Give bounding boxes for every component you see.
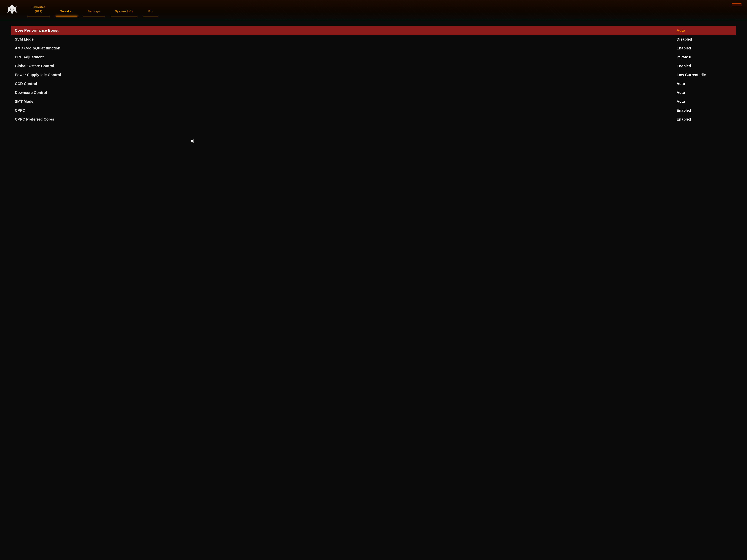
svg-point-3 [10,8,11,10]
setting-row-svm-mode[interactable]: SVM ModeDisabled [11,35,736,44]
setting-value-ppc-adjustment: PState 0 [677,55,732,59]
setting-label-amd-cool-quiet: AMD Cool&Quiet function [15,46,677,50]
setting-value-svm-mode: Disabled [677,37,732,42]
settings-list: Core Performance BoostAutoSVM ModeDisabl… [11,26,736,124]
setting-value-ccd-control: Auto [677,82,732,86]
tab-system-info[interactable]: System Info. [107,8,141,17]
setting-value-amd-cool-quiet: Enabled [677,46,732,50]
setting-label-global-cstate: Global C-state Control [15,64,677,68]
tab-favorites[interactable]: Favorites(F11) [24,4,53,16]
setting-value-cppc: Enabled [677,108,732,113]
advanced-mode-badge [732,3,742,6]
setting-value-power-supply-idle: Low Current Idle [677,73,732,77]
setting-row-amd-cool-quiet[interactable]: AMD Cool&Quiet functionEnabled [11,44,736,53]
setting-label-smt-mode: SMT Mode [15,100,677,104]
nav-tabs: Favorites(F11) Tweaker Settings System I… [24,4,747,16]
setting-label-ppc-adjustment: PPC Adjustment [15,55,677,59]
svg-point-4 [14,8,15,10]
setting-row-power-supply-idle[interactable]: Power Supply Idle ControlLow Current Idl… [11,70,736,79]
setting-label-downcore-control: Downcore Control [15,90,677,95]
main-content: Core Performance BoostAutoSVM ModeDisabl… [0,20,747,560]
setting-label-power-supply-idle: Power Supply Idle Control [15,73,677,77]
setting-row-core-performance-boost[interactable]: Core Performance BoostAuto [11,26,736,35]
setting-label-core-performance-boost: Core Performance Boost [15,28,677,33]
setting-row-cppc-preferred-cores[interactable]: CPPC Preferred CoresEnabled [11,115,736,124]
setting-row-downcore-control[interactable]: Downcore ControlAuto [11,88,736,97]
setting-label-cppc: CPPC [15,108,677,113]
svg-marker-1 [7,6,9,8]
setting-row-cppc[interactable]: CPPCEnabled [11,106,736,115]
logo-area [0,2,24,18]
setting-value-core-performance-boost: Auto [677,28,732,33]
setting-value-smt-mode: Auto [677,100,732,104]
setting-value-global-cstate: Enabled [677,64,732,68]
setting-row-ppc-adjustment[interactable]: PPC AdjustmentPState 0 [11,53,736,61]
svg-marker-2 [15,6,17,8]
setting-row-ccd-control[interactable]: CCD ControlAuto [11,79,736,88]
tab-tweaker[interactable]: Tweaker [53,8,80,17]
setting-label-cppc-preferred-cores: CPPC Preferred Cores [15,117,677,122]
tab-boot[interactable]: Bo [141,8,160,17]
svg-marker-0 [7,5,17,15]
setting-label-svm-mode: SVM Mode [15,37,677,42]
setting-row-global-cstate[interactable]: Global C-state ControlEnabled [11,61,736,70]
setting-row-smt-mode[interactable]: SMT ModeAuto [11,97,736,106]
header: Favorites(F11) Tweaker Settings System I… [0,0,747,20]
aorus-wolf-icon [6,4,18,16]
setting-value-cppc-preferred-cores: Enabled [677,117,732,122]
setting-value-downcore-control: Auto [677,90,732,95]
setting-label-ccd-control: CCD Control [15,82,677,86]
tab-settings[interactable]: Settings [80,8,107,17]
